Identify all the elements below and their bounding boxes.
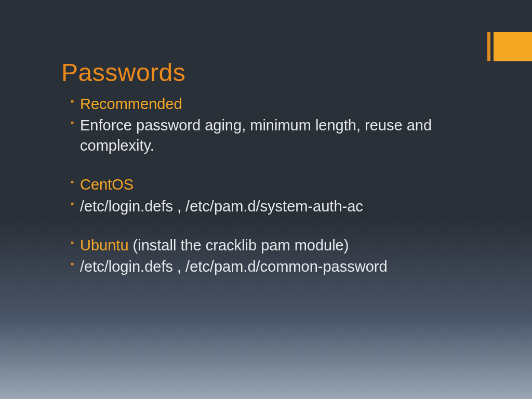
spacer: [61, 157, 475, 175]
bullet-recommended: Recommended: [71, 94, 475, 114]
bullet-accent: Recommended: [80, 96, 182, 112]
bullet-list: CentOS /etc/login.defs , /etc/pam.d/syst…: [61, 175, 475, 216]
bullet-centos: CentOS: [71, 175, 475, 195]
slide-body: Passwords Recommended Enforce password a…: [0, 0, 532, 277]
bullet-text: /etc/login.defs , /etc/pam.d/system-auth…: [80, 198, 363, 215]
bullet-list: Recommended Enforce password aging, mini…: [61, 94, 475, 156]
bullet-accent: CentOS: [80, 176, 134, 193]
bullet-rest: (install the cracklib pam module): [129, 237, 349, 254]
corner-decoration: [487, 32, 532, 61]
bullet-text: Enforce password aging, minimum length, …: [80, 117, 432, 154]
bullet-enforce: Enforce password aging, minimum length, …: [71, 115, 475, 156]
corner-block: [494, 32, 532, 61]
bullet-ubuntu-paths: /etc/login.defs , /etc/pam.d/common-pass…: [71, 257, 475, 277]
bullet-centos-paths: /etc/login.defs , /etc/pam.d/system-auth…: [71, 196, 475, 217]
bullet-text: /etc/login.defs , /etc/pam.d/common-pass…: [80, 258, 388, 275]
slide-title: Passwords: [61, 58, 475, 87]
corner-bar: [487, 32, 490, 61]
bullet-list: Ubuntu (install the cracklib pam module)…: [61, 235, 475, 277]
bullet-accent: Ubuntu: [80, 237, 129, 254]
spacer: [61, 218, 475, 235]
bullet-ubuntu: Ubuntu (install the cracklib pam module): [71, 235, 475, 256]
